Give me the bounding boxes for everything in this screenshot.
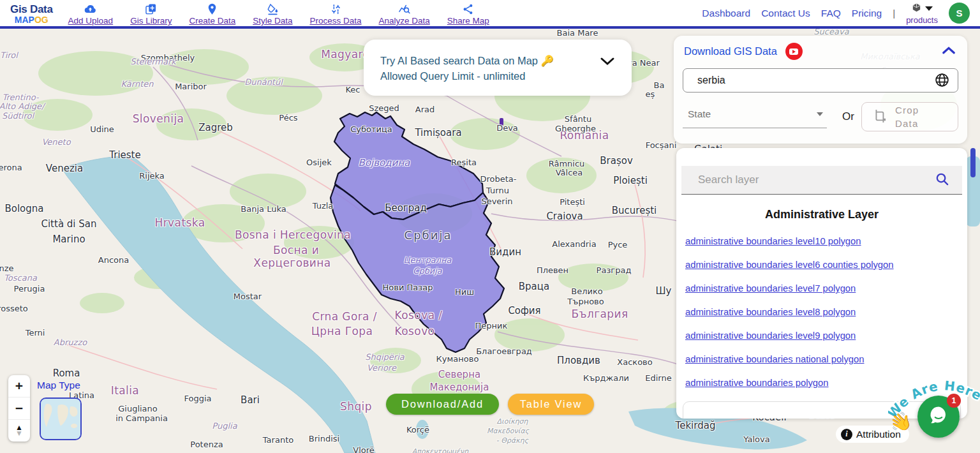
products-label: products (906, 16, 938, 24)
ai-search-notification: Try AI Based search Data on Map 🔑 Allowe… (364, 40, 632, 96)
nav-item-label: Style Data (253, 16, 292, 26)
map-type-thumbnail[interactable] (40, 397, 82, 440)
analyze-chart-icon (398, 3, 410, 15)
logo-text: Gis Data (10, 4, 53, 15)
map-pin-icon (206, 3, 218, 15)
chevron-up-icon[interactable] (942, 46, 956, 57)
top-navigation-bar: Gis Data MAPOG Add UploadGis LibraryCrea… (0, 0, 980, 29)
download-add-button[interactable]: Download/Add (386, 394, 499, 415)
state-crop-row: State Or Crop Data (683, 102, 958, 131)
nav-item-label: Process Data (309, 16, 361, 26)
zoom-in-button[interactable]: + (8, 375, 30, 397)
layer-search-box (681, 166, 962, 195)
nav-item-add-upload[interactable]: Add Upload (68, 3, 114, 26)
zoom-slider-button[interactable]: ▲ ▼ (8, 420, 30, 442)
layer-list-heading: Administrative Layer (676, 208, 967, 221)
globe-icon[interactable] (934, 72, 950, 88)
or-label: Or (842, 110, 854, 123)
notification-text: Try AI Based search Data on Map 🔑 Allowe… (380, 54, 554, 84)
info-icon: i (841, 429, 852, 440)
library-icon (145, 3, 157, 15)
location-search-box (683, 68, 958, 93)
layer-link[interactable]: administrative boundaries level9 polygon (685, 330, 958, 341)
layer-link[interactable]: administrative boundaries level10 polygo… (685, 236, 958, 246)
top-link-pricing[interactable]: Pricing (852, 8, 882, 19)
map-marker (500, 118, 503, 126)
layer-list-panel: Administrative Layer administrative boun… (676, 148, 967, 419)
nav-separator: | (893, 8, 895, 19)
world-map-thumbnail (41, 399, 80, 439)
layer-search-input[interactable] (681, 173, 935, 187)
user-avatar[interactable]: S (949, 3, 970, 24)
chevron-down-icon (925, 6, 933, 11)
top-link-faq[interactable]: FAQ (821, 8, 841, 19)
chevron-down-icon[interactable] (600, 56, 615, 69)
paint-bucket-icon (267, 3, 279, 15)
map-canvas[interactable]: Baia MareSuceavaatra NearBaeșМиколаївськ… (0, 29, 980, 453)
panel-title: Download GIS Data (684, 45, 777, 57)
main-nav: Add UploadGis LibraryCreate DataStyle Da… (68, 0, 489, 27)
chat-unread-badge: 1 (947, 394, 961, 408)
share-icon (462, 3, 474, 15)
nav-item-label: Share Map (447, 16, 489, 26)
chevron-down-icon (817, 112, 823, 116)
cube-icon (911, 3, 922, 15)
nav-item-create-data[interactable]: Create Data (189, 3, 235, 26)
nav-item-label: Add Upload (68, 16, 114, 26)
logo-og-text: OG (34, 15, 48, 25)
search-icon[interactable] (935, 172, 962, 189)
arrow-down-icon: ▼ (15, 431, 23, 436)
nav-item-label: Create Data (189, 16, 235, 26)
nav-item-process-data[interactable]: Process Data (309, 3, 361, 26)
youtube-icon[interactable] (785, 43, 803, 60)
nav-item-analyze-data[interactable]: Analyze Data (379, 3, 430, 26)
location-search-input[interactable] (683, 69, 958, 92)
state-select[interactable]: State (683, 106, 827, 128)
layer-link[interactable]: administrative boundaries national polyg… (685, 354, 958, 364)
gis-map-application: Gis Data MAPOG Add UploadGis LibraryCrea… (0, 0, 980, 453)
layer-link[interactable]: administrative boundaries level8 polygon (685, 307, 958, 317)
nav-item-label: Gis Library (130, 16, 172, 26)
products-menu[interactable]: products (906, 3, 938, 24)
download-gis-data-panel: Download GIS Data State Or (674, 36, 967, 144)
nav-item-share-map[interactable]: Share Map (447, 3, 489, 26)
cloud-upload-icon (84, 3, 96, 15)
chat-widget-button[interactable]: 1 (917, 396, 960, 438)
key-icon: 🔑 (541, 55, 554, 66)
layer-link[interactable]: administrative boundaries level6 countie… (685, 260, 958, 270)
nav-item-label: Analyze Data (379, 16, 430, 26)
top-link-contact-us[interactable]: Contact Us (761, 8, 810, 19)
layer-link[interactable]: administrative boundaries level7 polygon (685, 283, 958, 293)
table-view-button[interactable]: Table View (508, 394, 594, 415)
app-logo[interactable]: Gis Data MAPOG (0, 3, 58, 24)
map-type-label[interactable]: Map Type (37, 380, 80, 391)
layer-link[interactable]: administrative boundaries polygon (685, 378, 958, 388)
nav-item-gis-library[interactable]: Gis Library (130, 3, 172, 26)
topbar-right: DashboardContact UsFAQPricing | products… (702, 3, 980, 24)
chat-bubble-icon (928, 405, 949, 429)
nav-item-style-data[interactable]: Style Data (253, 3, 292, 26)
zoom-out-button[interactable]: − (8, 397, 30, 420)
top-link-dashboard[interactable]: Dashboard (702, 8, 750, 19)
layer-links-list: administrative boundaries level10 polygo… (685, 236, 958, 388)
process-arrows-icon (330, 3, 342, 15)
zoom-control: + − ▲ ▼ (8, 375, 30, 442)
crop-data-button[interactable]: Crop Data (861, 102, 958, 131)
panel-scrollbar-thumb[interactable] (970, 148, 976, 177)
crop-icon (872, 109, 886, 125)
logo-map-text: MAP (15, 15, 34, 25)
